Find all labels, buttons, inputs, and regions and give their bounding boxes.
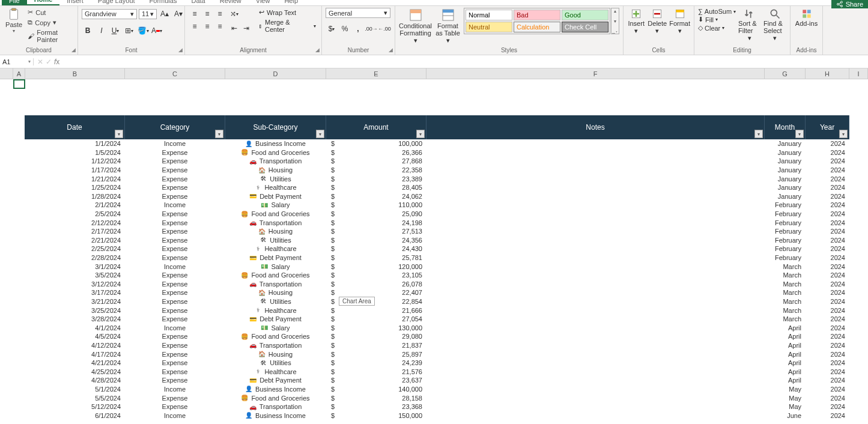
table-row[interactable]: 5/12/2024Expense🚗Transportation$23,368Ma… <box>25 402 849 411</box>
cancel-formula-button[interactable]: ✕ <box>37 58 43 66</box>
cell-notes[interactable] <box>426 192 765 201</box>
cell-year[interactable]: 2024 <box>806 218 849 227</box>
cell-month[interactable]: April <box>765 367 806 376</box>
cell-category[interactable]: Expense <box>125 227 225 236</box>
cell-amount[interactable]: $140,000 <box>326 385 426 394</box>
cell-category[interactable]: Expense <box>125 244 225 253</box>
align-center-button[interactable]: ≡ <box>201 20 213 32</box>
cell-subcategory[interactable]: 🏠Housing <box>225 227 326 236</box>
cell-notes[interactable] <box>426 262 765 271</box>
cell-notes[interactable] <box>426 218 765 227</box>
cell-notes[interactable] <box>426 359 765 368</box>
cell-year[interactable]: 2024 <box>806 297 849 306</box>
style-calculation[interactable]: Calculation <box>514 22 560 32</box>
cell-amount[interactable]: $28,158 <box>326 393 426 402</box>
cell-date[interactable]: 3/1/2024 <box>25 262 125 271</box>
cell-amount[interactable]: $24,356 <box>326 236 426 245</box>
filter-icon[interactable]: ▾ <box>839 130 848 138</box>
cell-year[interactable]: 2024 <box>806 306 849 315</box>
cell-category[interactable]: Expense <box>125 148 225 157</box>
cell-notes[interactable] <box>426 350 765 359</box>
cell-date[interactable]: 5/12/2024 <box>25 402 125 411</box>
style-good[interactable]: Good <box>562 10 609 20</box>
table-row[interactable]: 1/17/2024Expense🏠Housing$22,358January20… <box>25 166 849 175</box>
table-row[interactable]: 4/17/2024Expense🏠Housing$25,897April2024 <box>25 350 849 359</box>
cell-category[interactable]: Expense <box>125 402 225 411</box>
table-row[interactable]: 5/1/2024Income👤Business Income$140,000Ma… <box>25 385 849 394</box>
fill-color-button[interactable]: 🪣▾ <box>137 25 149 37</box>
comma-button[interactable]: , <box>352 23 364 35</box>
filter-icon[interactable]: ▾ <box>754 130 763 138</box>
cell-month[interactable]: January <box>765 192 806 201</box>
formula-input[interactable] <box>63 58 868 66</box>
cell-notes[interactable] <box>426 393 765 402</box>
cell-date[interactable]: 3/17/2024 <box>25 288 125 297</box>
font-color-button[interactable]: A▾ <box>151 25 163 37</box>
cell-subcategory[interactable]: 💳Debt Payment <box>225 253 326 262</box>
table-row[interactable]: 3/28/2024Expense💳Debt Payment$27,054Marc… <box>25 315 849 324</box>
cell-year[interactable]: 2024 <box>806 148 849 157</box>
cell-date[interactable]: 2/17/2024 <box>25 227 125 236</box>
cell-month[interactable]: February <box>765 236 806 245</box>
table-row[interactable]: 4/1/2024Income💵Salary$130,000April2024 <box>25 323 849 332</box>
cell-styles-gallery[interactable]: NormalBadGoodNeutralCalculationCheck Cel… <box>464 8 610 34</box>
cell-month[interactable]: April <box>765 323 806 332</box>
format-painter-button[interactable]: 🖌Format Painter <box>26 28 74 44</box>
cell-category[interactable]: Expense <box>125 359 225 368</box>
addins-button[interactable]: Add-ins <box>794 8 819 27</box>
increase-decimal-button[interactable]: .00→ <box>365 23 377 35</box>
cell-date[interactable]: 1/17/2024 <box>25 166 125 175</box>
cell-category[interactable]: Income <box>125 201 225 210</box>
grow-font-button[interactable]: A▴ <box>159 8 171 20</box>
cell-month[interactable]: February <box>765 253 806 262</box>
cell-subcategory[interactable]: 💵Salary <box>225 323 326 332</box>
filter-icon[interactable]: ▾ <box>795 130 804 138</box>
cell-month[interactable]: May <box>765 402 806 411</box>
delete-cells-button[interactable]: Delete▾ <box>648 8 667 35</box>
cell-notes[interactable] <box>426 210 765 219</box>
wrap-text-button[interactable]: ↩Wrap Text <box>257 8 318 17</box>
cell-amount[interactable]: $120,000 <box>326 262 426 271</box>
table-row[interactable]: 1/28/2024Expense💳Debt Payment$24,062Janu… <box>25 192 849 201</box>
cell-subcategory[interactable]: 💳Debt Payment <box>225 376 326 385</box>
cell-subcategory[interactable]: 🛠Utilities <box>225 174 326 183</box>
table-row[interactable]: 1/12/2024Expense🚗Transportation$27,868Ja… <box>25 157 849 166</box>
borders-button[interactable]: ⊞▾ <box>123 25 135 37</box>
cell-subcategory[interactable]: 👤Business Income <box>225 411 326 420</box>
table-row[interactable]: 4/25/2024Expense⚕Healthcare$21,576April2… <box>25 367 849 376</box>
cell-month[interactable]: February <box>765 201 806 210</box>
header-category[interactable]: Category▾ <box>125 115 225 139</box>
cell-notes[interactable] <box>426 297 765 306</box>
col-header-I[interactable]: I <box>849 68 868 79</box>
header-notes[interactable]: Notes▾ <box>426 115 765 139</box>
cell-notes[interactable] <box>426 315 765 324</box>
cell-month[interactable]: January <box>765 174 806 183</box>
cell-category[interactable]: Expense <box>125 297 225 306</box>
cell-month[interactable]: April <box>765 359 806 368</box>
cell-month[interactable]: May <box>765 385 806 394</box>
cell-date[interactable]: 1/25/2024 <box>25 183 125 192</box>
select-all-corner[interactable] <box>0 68 13 79</box>
cell-date[interactable]: 3/25/2024 <box>25 306 125 315</box>
cell-notes[interactable] <box>426 323 765 332</box>
cell-amount[interactable]: $23,637 <box>326 376 426 385</box>
cell-notes[interactable] <box>426 201 765 210</box>
cell-date[interactable]: 2/28/2024 <box>25 253 125 262</box>
copy-button[interactable]: ⧉Copy▾ <box>26 18 74 27</box>
cell-amount[interactable]: $25,781 <box>326 253 426 262</box>
table-row[interactable]: 3/25/2024Expense⚕Healthcare$21,666March2… <box>25 306 849 315</box>
find-select-button[interactable]: Find & Select▾ <box>763 8 786 42</box>
tab-review[interactable]: Review <box>213 0 249 5</box>
cell-year[interactable]: 2024 <box>806 376 849 385</box>
cell-date[interactable]: 4/12/2024 <box>25 341 125 350</box>
cell-date[interactable]: 1/1/2024 <box>25 139 125 148</box>
cell-year[interactable]: 2024 <box>806 244 849 253</box>
align-bottom-button[interactable]: ≡ <box>214 8 226 20</box>
cell-amount[interactable]: $130,000 <box>326 323 426 332</box>
cell-notes[interactable] <box>426 253 765 262</box>
cell-date[interactable]: 2/25/2024 <box>25 244 125 253</box>
name-box[interactable]: A1▾ <box>0 58 34 65</box>
cell-amount[interactable]: $22,407 <box>326 288 426 297</box>
header-year[interactable]: Year▾ <box>806 115 849 139</box>
cell-subcategory[interactable]: 🍔Food and Groceries <box>225 271 326 280</box>
